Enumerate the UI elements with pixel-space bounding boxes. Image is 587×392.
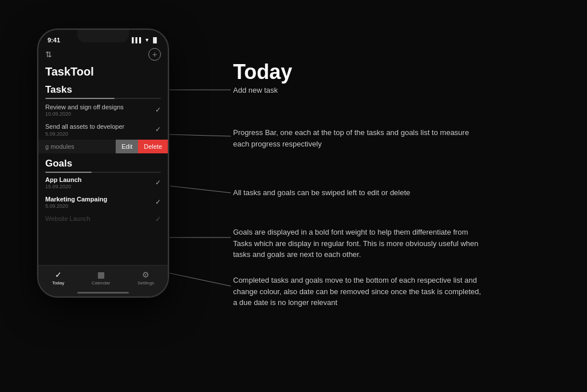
app-title-bar: TaskTool — [38, 63, 168, 82]
svg-line-2 — [170, 186, 231, 193]
phone-mockup: 9:41 ▌▌▌ ▼ ▐▌ ⇅ + TaskTool Tasks — [37, 29, 169, 298]
page-title: Today — [233, 60, 292, 84]
add-task-button[interactable]: + — [148, 48, 161, 61]
today-icon: ✓ — [55, 270, 62, 279]
edit-button[interactable]: Edit — [116, 140, 138, 153]
task-item[interactable]: Review and sign off designs 10.09.2020 ✓ — [38, 100, 168, 120]
task-check-icon: ✓ — [155, 125, 161, 133]
goal-item[interactable]: App Launch 15.09.2020 ✓ — [38, 173, 168, 192]
goal-check-icon: ✓ — [155, 179, 161, 187]
annotation-swipe-text: All tasks and goals can be swiped left t… — [233, 188, 410, 197]
status-icons: ▌▌▌ ▼ ▐▌ — [132, 37, 159, 43]
goal-date: 5.09.2020 — [45, 203, 155, 209]
annotation-add-task-text: Add new task — [233, 86, 278, 94]
tasks-progress-bar — [45, 98, 161, 99]
annotation-swipe: All tasks and goals can be swiped left t… — [233, 187, 410, 199]
annotation-add-task: Add new task — [233, 85, 278, 96]
goal-name: Marketing Campaing — [45, 195, 155, 203]
goals-section-header: Goals — [38, 156, 168, 169]
goal-item[interactable]: Marketing Campaing 5.09.2020 ✓ — [38, 192, 168, 212]
phone-screen: 9:41 ▌▌▌ ▼ ▐▌ ⇅ + TaskTool Tasks — [38, 30, 168, 296]
svg-line-4 — [169, 273, 231, 286]
app-title: TaskTool — [45, 65, 161, 78]
delete-button[interactable]: Delete — [138, 140, 168, 153]
goal-check-icon: ✓ — [155, 198, 161, 206]
goals-section: Goals App Launch 15.09.2020 ✓ Marketing … — [38, 156, 168, 226]
calendar-icon: ▦ — [97, 270, 105, 279]
annotation-completed-text: Completed tasks and goals move to the bo… — [233, 276, 481, 307]
tab-settings[interactable]: ⚙ Settings — [137, 270, 154, 286]
annotation-progress-bar: Progress Bar, one each at the top of the… — [233, 127, 479, 149]
phone-frame: 9:41 ▌▌▌ ▼ ▐▌ ⇅ + TaskTool Tasks — [37, 29, 169, 298]
goal-item-completed[interactable]: Website Launch ✓ — [38, 212, 168, 225]
tasks-section-header: Tasks — [38, 82, 168, 96]
home-indicator — [77, 292, 129, 294]
task-date: 5.09.2020 — [45, 131, 155, 137]
goal-content: Website Launch — [45, 215, 155, 223]
task-name: Send all assets to developer — [45, 122, 155, 130]
task-item[interactable]: Send all assets to developer 5.09.2020 ✓ — [38, 120, 168, 139]
app-top-bar: ⇅ + — [38, 46, 168, 63]
annotation-completed: Completed tasks and goals move to the bo… — [233, 275, 485, 308]
signal-icon: ▌▌▌ — [132, 37, 143, 43]
wifi-icon: ▼ — [144, 37, 149, 43]
tab-today-label: Today — [52, 280, 64, 286]
tasks-list: Review and sign off designs 10.09.2020 ✓… — [38, 100, 168, 153]
settings-icon: ⚙ — [142, 270, 149, 279]
tab-settings-label: Settings — [137, 280, 154, 286]
tab-today[interactable]: ✓ Today — [52, 270, 64, 286]
goal-check-icon: ✓ — [155, 215, 161, 223]
tasks-progress-fill — [45, 98, 115, 99]
task-check-icon: ✓ — [155, 106, 161, 114]
task-date: 10.09.2020 — [45, 111, 155, 117]
goal-name: App Launch — [45, 176, 155, 184]
goal-date: 15.09.2020 — [45, 184, 155, 189]
task-content: Review and sign off designs 10.09.2020 — [45, 103, 155, 117]
goal-name: Website Launch — [45, 215, 155, 223]
task-item-swiped[interactable]: g modules ✓ Edit Delete — [38, 140, 168, 153]
swipe-actions: Edit Delete — [116, 140, 168, 153]
status-time: 9:41 — [48, 37, 60, 43]
annotation-progress-bar-text: Progress Bar, one each at the top of the… — [233, 128, 469, 148]
task-name: Review and sign off designs — [45, 103, 155, 111]
tab-calendar[interactable]: ▦ Calendar — [92, 270, 110, 286]
phone-notch — [77, 30, 129, 42]
task-content: Send all assets to developer 5.09.2020 — [45, 122, 155, 136]
goal-content: App Launch 15.09.2020 — [45, 176, 155, 189]
svg-line-1 — [169, 134, 231, 136]
goal-content: Marketing Campaing 5.09.2020 — [45, 195, 155, 209]
battery-icon: ▐▌ — [151, 37, 159, 43]
annotation-goals-font-text: Goals are displayed in a bold font weigh… — [233, 228, 478, 259]
tab-calendar-label: Calendar — [92, 280, 110, 286]
plus-icon: + — [152, 50, 157, 59]
annotation-goals-font: Goals are displayed in a bold font weigh… — [233, 227, 485, 260]
sort-icon[interactable]: ⇅ — [45, 50, 52, 59]
